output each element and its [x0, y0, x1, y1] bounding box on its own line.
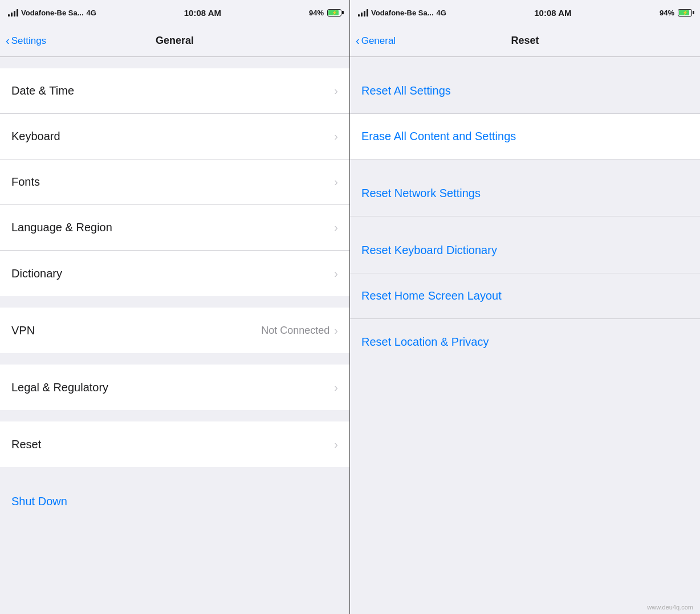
- time-label-left: 10:08 AM: [184, 8, 221, 18]
- reset-network-row[interactable]: Reset Network Settings: [350, 171, 700, 216]
- carrier-label-right: Vodafone-Be Sa...: [371, 9, 434, 17]
- right-gap-top: [350, 57, 700, 68]
- language-label: Language & Region: [11, 221, 334, 234]
- reset-homescreen-label: Reset Home Screen Layout: [361, 289, 502, 302]
- language-row[interactable]: Language & Region ›: [0, 205, 349, 251]
- back-chevron-right: ‹: [356, 34, 360, 47]
- reset-row[interactable]: Reset ›: [0, 421, 349, 467]
- fonts-row[interactable]: Fonts ›: [0, 159, 349, 205]
- date-time-label: Date & Time: [11, 84, 334, 97]
- shutdown-section: Shut Down: [0, 478, 349, 524]
- gap-1: [0, 296, 349, 308]
- reset-label: Reset: [11, 438, 334, 451]
- keyboard-chevron: ›: [334, 130, 338, 143]
- reset-chevron: ›: [334, 438, 338, 451]
- left-content: Date & Time › Keyboard › Fonts › Languag…: [0, 57, 349, 614]
- reset-location-label: Reset Location & Privacy: [361, 335, 489, 349]
- vpn-value: Not Connected: [261, 325, 329, 337]
- right-gap-3: [350, 216, 700, 228]
- network-label-left: 4G: [87, 9, 96, 17]
- gap-3: [0, 410, 349, 421]
- dictionary-label: Dictionary: [11, 267, 334, 280]
- reset-all-settings-label: Reset All Settings: [361, 84, 451, 97]
- time-label-right: 10:08 AM: [534, 8, 571, 18]
- status-bar-left: Vodafone-Be Sa... 4G 10:08 AM 94% ⚡: [0, 0, 349, 25]
- gap-2: [0, 353, 349, 365]
- carrier-label-left: Vodafone-Be Sa...: [21, 9, 84, 17]
- signal-icon-left: [8, 9, 18, 17]
- keyboard-label: Keyboard: [11, 130, 334, 143]
- dictionary-row[interactable]: Dictionary ›: [0, 251, 349, 296]
- erase-all-row[interactable]: Erase All Content and Settings: [350, 114, 700, 159]
- vpn-section: VPN Not Connected ›: [0, 308, 349, 353]
- back-chevron-left: ‹: [6, 34, 10, 47]
- back-button-left[interactable]: ‹ Settings: [6, 34, 46, 47]
- legal-chevron: ›: [334, 381, 338, 394]
- vpn-row[interactable]: VPN Not Connected ›: [0, 308, 349, 353]
- signal-icon-right: [358, 9, 368, 17]
- back-button-right[interactable]: ‹ General: [356, 34, 396, 47]
- keyboard-row[interactable]: Keyboard ›: [0, 114, 349, 159]
- battery-percent-left: 94%: [309, 9, 324, 17]
- reset-network-label: Reset Network Settings: [361, 187, 481, 200]
- gap-4: [0, 467, 349, 478]
- shutdown-row[interactable]: Shut Down: [0, 478, 349, 524]
- right-content: Reset All Settings Erase All Content and…: [350, 57, 700, 614]
- reset-keyboard-label: Reset Keyboard Dictionary: [361, 244, 497, 257]
- fonts-label: Fonts: [11, 175, 334, 189]
- dictionary-chevron: ›: [334, 267, 338, 280]
- legal-label: Legal & Regulatory: [11, 381, 334, 394]
- vpn-chevron: ›: [334, 324, 338, 337]
- battery-info-left: 94% ⚡: [309, 9, 341, 17]
- back-label-left: Settings: [11, 35, 46, 47]
- nav-bar-left: ‹ Settings General: [0, 25, 349, 57]
- back-label-right: General: [361, 35, 396, 47]
- date-time-chevron: ›: [334, 84, 338, 97]
- reset-section: Reset ›: [0, 421, 349, 467]
- reset-keyboard-row[interactable]: Reset Keyboard Dictionary: [350, 228, 700, 273]
- watermark: www.deu4q.com: [647, 604, 693, 611]
- reset-location-row[interactable]: Reset Location & Privacy: [350, 319, 700, 365]
- nav-title-left: General: [156, 35, 194, 47]
- reset-all-settings-row[interactable]: Reset All Settings: [350, 68, 700, 114]
- carrier-info-left: Vodafone-Be Sa... 4G: [8, 9, 96, 17]
- general-section-top: Date & Time › Keyboard › Fonts › Languag…: [0, 68, 349, 296]
- battery-info-right: 94% ⚡: [660, 9, 692, 17]
- battery-icon-right: ⚡: [678, 9, 692, 17]
- language-chevron: ›: [334, 221, 338, 234]
- legal-row[interactable]: Legal & Regulatory ›: [0, 365, 349, 410]
- network-label-right: 4G: [437, 9, 446, 17]
- date-time-row[interactable]: Date & Time ›: [0, 68, 349, 114]
- shutdown-label: Shut Down: [11, 495, 338, 508]
- right-gap-2: [350, 159, 700, 171]
- vpn-label: VPN: [11, 324, 261, 337]
- battery-icon-left: ⚡: [327, 9, 341, 17]
- erase-all-label: Erase All Content and Settings: [361, 130, 516, 143]
- reset-homescreen-row[interactable]: Reset Home Screen Layout: [350, 273, 700, 319]
- nav-bar-right: ‹ General Reset: [350, 25, 700, 57]
- legal-section: Legal & Regulatory ›: [0, 365, 349, 410]
- nav-title-right: Reset: [511, 35, 539, 47]
- fonts-chevron: ›: [334, 175, 338, 189]
- right-panel: Vodafone-Be Sa... 4G 10:08 AM 94% ⚡ ‹ Ge…: [350, 0, 700, 614]
- left-panel: Vodafone-Be Sa... 4G 10:08 AM 94% ⚡ ‹ Se…: [0, 0, 350, 614]
- carrier-info-right: Vodafone-Be Sa... 4G: [358, 9, 446, 17]
- status-bar-right: Vodafone-Be Sa... 4G 10:08 AM 94% ⚡: [350, 0, 700, 25]
- battery-percent-right: 94%: [660, 9, 674, 17]
